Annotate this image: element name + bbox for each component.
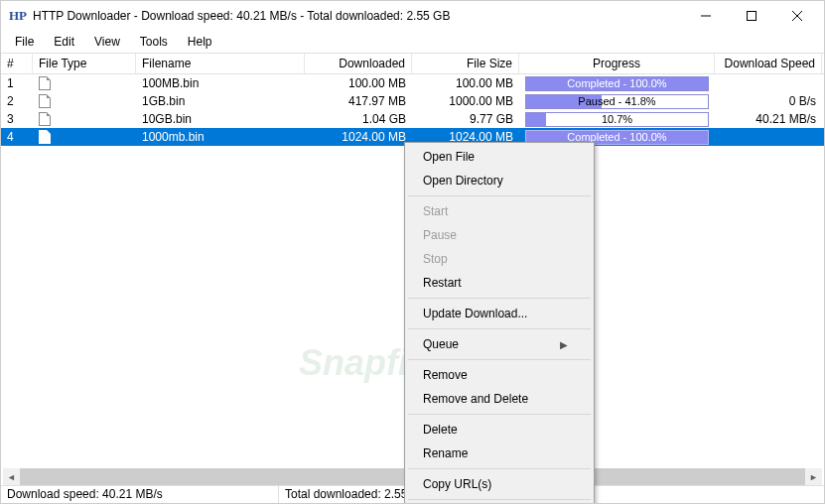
file-icon	[39, 130, 51, 144]
column-header-speed[interactable]: Download Speed	[715, 54, 822, 73]
ctx-queue[interactable]: Queue▶	[407, 332, 592, 356]
window-title: HTTP Downloader - Download speed: 40.21 …	[33, 9, 683, 23]
cell-speed	[715, 82, 822, 84]
table-row[interactable]: 310GB.bin1.04 GB9.77 GB10.7%40.21 MB/s	[1, 110, 824, 128]
cell-downloaded: 1024.00 MB	[305, 129, 412, 145]
table-row[interactable]: 1100MB.bin100.00 MB100.00 MBCompleted - …	[1, 74, 824, 92]
context-menu: Open File Open Directory Start Pause Sto…	[404, 142, 595, 504]
ctx-separator	[408, 195, 591, 196]
maximize-button[interactable]	[729, 1, 774, 31]
cell-num: 3	[1, 111, 33, 127]
status-speed: Download speed: 40.21 MB/s	[1, 486, 279, 503]
ctx-start: Start	[407, 199, 592, 223]
scroll-right-icon[interactable]: ►	[805, 468, 822, 485]
ctx-separator	[408, 328, 591, 329]
cell-speed	[715, 136, 822, 138]
file-icon	[39, 94, 51, 108]
column-header-size[interactable]: File Size	[412, 54, 519, 73]
cell-size: 1000.00 MB	[412, 93, 519, 109]
cell-filename: 1GB.bin	[136, 93, 305, 109]
ctx-separator	[408, 298, 591, 299]
table-body: 1100MB.bin100.00 MB100.00 MBCompleted - …	[1, 74, 824, 146]
cell-filename: 100MB.bin	[136, 75, 305, 91]
cell-progress: Completed - 100.0%	[519, 75, 715, 92]
ctx-rename[interactable]: Rename	[407, 441, 592, 465]
ctx-remove-delete[interactable]: Remove and Delete	[407, 387, 592, 411]
cell-filetype	[33, 111, 136, 128]
ctx-stop: Stop	[407, 247, 592, 271]
scroll-left-icon[interactable]: ◄	[3, 468, 20, 485]
cell-speed: 40.21 MB/s	[715, 111, 822, 127]
ctx-pause: Pause	[407, 223, 592, 247]
progress-label: Paused - 41.8%	[578, 95, 655, 107]
ctx-remove[interactable]: Remove	[407, 363, 592, 387]
ctx-separator	[408, 414, 591, 415]
cell-size: 100.00 MB	[412, 75, 519, 91]
ctx-separator	[408, 359, 591, 360]
cell-filetype	[33, 75, 136, 92]
column-header-num[interactable]: #	[1, 54, 33, 73]
menu-view[interactable]: View	[86, 33, 128, 51]
column-header-type[interactable]: File Type	[33, 54, 136, 73]
progress-bar: 10.7%	[525, 112, 709, 127]
table-header: # File Type Filename Downloaded File Siz…	[1, 53, 824, 74]
cell-filetype	[33, 93, 136, 110]
column-header-filename[interactable]: Filename	[136, 54, 305, 73]
cell-progress: Paused - 41.8%	[519, 93, 715, 110]
menu-help[interactable]: Help	[180, 33, 220, 51]
chevron-right-icon: ▶	[560, 339, 568, 350]
cell-size: 9.77 GB	[412, 111, 519, 127]
cell-downloaded: 417.97 MB	[305, 93, 412, 109]
menu-file[interactable]: File	[7, 33, 42, 51]
cell-num: 1	[1, 75, 33, 91]
ctx-copy-urls[interactable]: Copy URL(s)	[407, 472, 592, 496]
cell-filename: 10GB.bin	[136, 111, 305, 127]
ctx-restart[interactable]: Restart	[407, 271, 592, 295]
ctx-delete[interactable]: Delete	[407, 418, 592, 441]
progress-bar: Paused - 41.8%	[525, 94, 709, 109]
progress-label: Completed - 100.0%	[567, 77, 666, 89]
table-row[interactable]: 21GB.bin417.97 MB1000.00 MBPaused - 41.8…	[1, 92, 824, 110]
ctx-queue-label: Queue	[423, 337, 459, 351]
ctx-separator	[408, 468, 591, 469]
minimize-button[interactable]	[683, 1, 729, 31]
cell-num: 4	[1, 129, 33, 145]
file-icon	[39, 76, 51, 90]
column-header-downloaded[interactable]: Downloaded	[305, 54, 412, 73]
menu-edit[interactable]: Edit	[46, 33, 82, 51]
close-button[interactable]	[774, 1, 820, 31]
cell-speed: 0 B/s	[715, 93, 822, 109]
title-bar: HP HTTP Downloader - Download speed: 40.…	[1, 1, 824, 31]
app-icon: HP	[9, 8, 25, 24]
file-icon	[39, 112, 51, 126]
ctx-separator	[408, 499, 591, 500]
cell-downloaded: 1.04 GB	[305, 111, 412, 127]
menu-tools[interactable]: Tools	[132, 33, 176, 51]
progress-label: 10.7%	[602, 113, 632, 125]
progress-bar: Completed - 100.0%	[525, 76, 709, 91]
ctx-open-file[interactable]: Open File	[407, 145, 592, 169]
cell-filetype	[33, 129, 136, 146]
ctx-open-directory[interactable]: Open Directory	[407, 169, 592, 192]
cell-progress: 10.7%	[519, 111, 715, 128]
cell-num: 2	[1, 93, 33, 109]
ctx-update-download[interactable]: Update Download...	[407, 302, 592, 325]
window-controls	[683, 1, 820, 31]
svg-rect-1	[748, 12, 756, 21]
menu-bar: File Edit View Tools Help	[1, 31, 824, 53]
cell-downloaded: 100.00 MB	[305, 75, 412, 91]
cell-filename: 1000mb.bin	[136, 129, 305, 145]
column-header-progress[interactable]: Progress	[519, 54, 715, 73]
